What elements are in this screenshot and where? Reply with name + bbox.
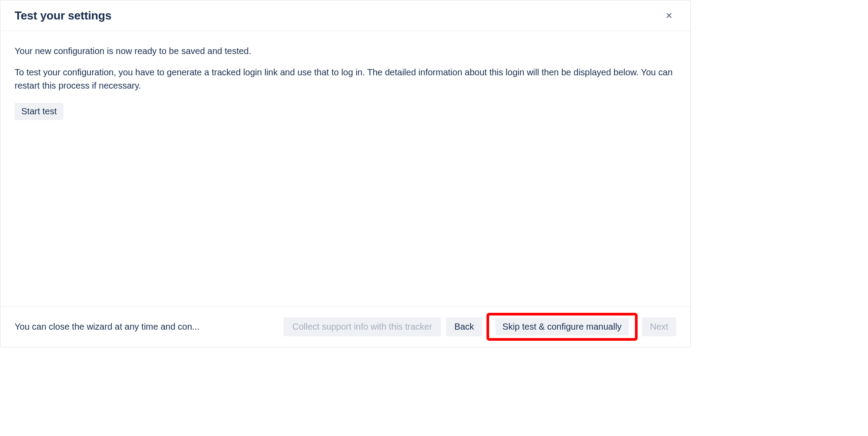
skip-highlight: Skip test & configure manually — [487, 313, 638, 341]
modal-title: Test your settings — [15, 9, 111, 23]
skip-test-button[interactable]: Skip test & configure manually — [495, 318, 629, 335]
modal-footer: You can close the wizard at any time and… — [0, 306, 690, 347]
next-button[interactable]: Next — [642, 317, 676, 336]
modal-body: Your new configuration is now ready to b… — [0, 31, 690, 306]
instructions-text: To test your configuration, you have to … — [15, 66, 676, 92]
start-test-button[interactable]: Start test — [15, 103, 63, 120]
intro-text: Your new configuration is now ready to b… — [15, 44, 676, 58]
back-button[interactable]: Back — [446, 317, 482, 336]
settings-test-modal: Test your settings Your new configuratio… — [0, 0, 691, 347]
close-button[interactable] — [662, 8, 676, 23]
footer-note: You can close the wizard at any time and… — [15, 322, 199, 332]
footer-buttons: Collect support info with this tracker B… — [284, 314, 676, 340]
close-icon — [665, 11, 673, 20]
modal-header: Test your settings — [0, 0, 690, 31]
collect-support-button[interactable]: Collect support info with this tracker — [284, 317, 441, 336]
